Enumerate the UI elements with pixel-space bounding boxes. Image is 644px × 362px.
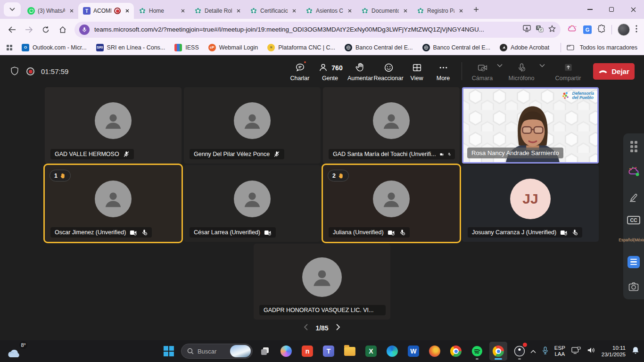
tab-search-button[interactable]: [4, 2, 21, 16]
tab-close-icon[interactable]: [68, 7, 75, 15]
teams-app-button[interactable]: T: [320, 342, 338, 361]
screenshot-camera-icon[interactable]: [628, 281, 639, 292]
tab-teams-meeting[interactable]: T ACOMPA: [78, 3, 134, 19]
participant-tile[interactable]: GADPR HONORATO VASQUEZ LIC. VI...: [254, 244, 390, 320]
bookmark-outlook[interactable]: OOutlook.com - Micr...: [22, 44, 87, 51]
cloud-extension-icon[interactable]: [627, 165, 640, 178]
participant-tile-video[interactable]: Defensoríadel Pueblo Rosa Nancy Andrade …: [462, 87, 599, 164]
camera-options-chevron[interactable]: [497, 61, 504, 67]
tab-whatsapp[interactable]: (3) WhatsApp: [23, 3, 78, 19]
apps-grid-icon[interactable]: [630, 141, 637, 152]
firefox-icon: [429, 346, 440, 357]
participant-tile[interactable]: 2 Juliana (Unverified): [323, 165, 460, 242]
tray-cast-icon[interactable]: [571, 346, 581, 356]
translate-page-icon[interactable]: [536, 25, 544, 34]
leave-button[interactable]: Dejar: [593, 63, 635, 80]
start-button[interactable]: [160, 342, 178, 361]
react-button[interactable]: Reaccionar: [375, 61, 402, 82]
language-indicator[interactable]: ESPLAA: [554, 345, 565, 357]
bookmark-webmail[interactable]: cPWebmail Login: [208, 44, 258, 51]
tray-notification-bell-icon[interactable]: [632, 346, 639, 356]
participant-tile[interactable]: César Larrea (Unverified): [184, 165, 321, 242]
chat-button[interactable]: Charlar: [286, 61, 314, 82]
participant-tile[interactable]: Genny Del Pilar Vélez Ponce: [184, 87, 321, 164]
chrome-button[interactable]: [447, 342, 465, 361]
tab-close-icon[interactable]: [457, 7, 465, 15]
firefox-button[interactable]: [426, 342, 444, 361]
tab-close-icon[interactable]: [402, 7, 409, 15]
browser-nav-row: teams.microsoft.com/v2/?meetingjoin=true…: [0, 19, 644, 40]
tab-close-icon[interactable]: [235, 7, 242, 15]
highlighter-icon[interactable]: [628, 191, 639, 203]
camera-button[interactable]: Cámara: [469, 61, 496, 82]
tray-mic-icon[interactable]: [542, 346, 548, 356]
chrome-active-button[interactable]: [489, 342, 507, 361]
mic-button[interactable]: Micrófono: [504, 61, 538, 82]
close-window-button[interactable]: [622, 0, 644, 19]
tab-close-icon[interactable]: [290, 7, 298, 15]
taskbar-weather-widget[interactable]: 8°: [7, 342, 27, 360]
raise-hand-button[interactable]: Aumentar: [347, 61, 374, 82]
tab-asientos[interactable]: Asientos Cor: [301, 3, 356, 19]
home-button[interactable]: [56, 23, 70, 37]
url-bar[interactable]: teams.microsoft.com/v2/?meetingjoin=true…: [74, 22, 561, 38]
tab-detalle-rol[interactable]: Detalle Rol: [190, 3, 245, 19]
transcript-icon[interactable]: [627, 256, 640, 268]
minimize-button[interactable]: [579, 0, 601, 19]
bookmark-banco-central-2[interactable]: Banco Central del E...: [422, 44, 491, 51]
tab-home[interactable]: Home: [134, 3, 190, 19]
spotify-button[interactable]: [468, 342, 486, 361]
apps-grid-icon[interactable]: [7, 45, 12, 50]
profile-avatar[interactable]: [618, 24, 630, 36]
reload-button[interactable]: [39, 23, 53, 37]
obs-button[interactable]: [511, 342, 528, 361]
participant-tile[interactable]: GAD VALLE HERMOSO: [45, 87, 182, 164]
bookmark-cnc[interactable]: ≈Plataforma CNC | C...: [267, 44, 335, 51]
share-button[interactable]: Compartir: [552, 61, 585, 82]
new-tab-button[interactable]: [470, 3, 483, 16]
participant-tile[interactable]: JJ Josuany Carranza J (Unverified): [462, 165, 599, 242]
file-explorer-button[interactable]: [341, 342, 359, 361]
all-bookmarks[interactable]: Todos los marcadores: [561, 43, 637, 52]
tab-close-icon[interactable]: [124, 7, 131, 15]
tab-certificacion[interactable]: Certificacio: [245, 3, 301, 19]
participant-tile[interactable]: GAD Santa María del Toachi (Unverifi...: [323, 87, 460, 164]
bookmark-iess[interactable]: IESS: [174, 44, 199, 51]
edge-button[interactable]: [383, 342, 401, 361]
tray-chevron-icon[interactable]: [530, 347, 536, 355]
tab-close-icon[interactable]: [179, 7, 187, 15]
captions-badge[interactable]: CC: [627, 216, 640, 224]
restore-button[interactable]: [601, 0, 622, 19]
tab-registro-pagos[interactable]: Registro Pag: [412, 3, 468, 19]
extensions-puzzle-icon[interactable]: [597, 25, 606, 35]
bookmark-sri[interactable]: SRISRI en Línea - Cons...: [96, 44, 165, 51]
browser-menu-icon[interactable]: [636, 25, 637, 34]
mic-permission-icon[interactable]: [79, 25, 90, 35]
participant-tile[interactable]: 1 Oscar Jimenez (Unverified): [45, 165, 182, 242]
people-button[interactable]: 760 Gente: [314, 61, 346, 82]
tray-volume-icon[interactable]: [587, 346, 595, 356]
excel-button[interactable]: X: [362, 342, 380, 361]
mic-options-chevron[interactable]: [539, 61, 546, 67]
weather-extension-icon[interactable]: [567, 25, 578, 35]
forward-button[interactable]: [22, 23, 36, 37]
react-label: Reaccionar: [373, 75, 403, 82]
bookmark-adobe[interactable]: Adobe Acrobat: [500, 44, 549, 51]
bookmark-star-icon[interactable]: [548, 25, 556, 34]
bookmark-banco-central-1[interactable]: Banco Central del E...: [345, 44, 413, 51]
view-button[interactable]: View: [403, 61, 430, 82]
tab-documento[interactable]: Documento: [356, 3, 412, 19]
task-view-button[interactable]: [256, 342, 274, 361]
back-button[interactable]: [5, 23, 19, 37]
install-app-icon[interactable]: [523, 25, 531, 34]
tab-close-icon[interactable]: [346, 7, 354, 15]
nitro-pdf-button[interactable]: n: [298, 342, 316, 361]
google-translate-icon[interactable]: G: [583, 25, 592, 34]
previous-page-chevron[interactable]: [304, 324, 308, 332]
taskbar-search[interactable]: Buscar: [181, 344, 253, 359]
word-button[interactable]: W: [405, 342, 422, 361]
more-button[interactable]: More: [431, 61, 455, 82]
next-page-chevron[interactable]: [336, 324, 340, 332]
tray-clock[interactable]: 10:1123/1/2025: [602, 345, 626, 358]
copilot-button[interactable]: [277, 342, 295, 361]
